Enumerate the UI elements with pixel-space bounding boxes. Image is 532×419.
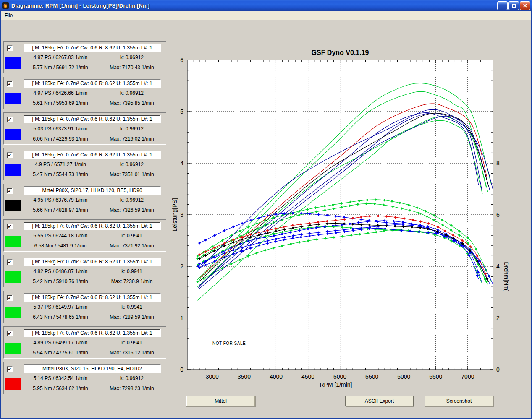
mittel-button[interactable]: Mittel (186, 396, 255, 406)
chart-title: GSF Dyno V0.1.19 (312, 49, 369, 56)
y-left-tick-label: 0 (180, 366, 183, 373)
x-tick-label: 4500 (301, 373, 314, 380)
screenshot-button[interactable]: Screenshot (425, 396, 493, 406)
y-left-tick-label: 5 (180, 108, 183, 115)
y-right-tick-label: 2 (496, 315, 500, 321)
y-left-tick-label: 3 (180, 211, 183, 218)
y-right-tick-label: 0 (496, 366, 500, 373)
y-left-tick-label: 6 (180, 57, 183, 63)
y-right-axis-label: Drehm[Nm] (503, 262, 510, 292)
y-right-tick-label: 8 (496, 160, 500, 167)
x-tick-label: 6500 (429, 373, 442, 380)
ascii-export-button[interactable]: ASCII Export (345, 396, 414, 406)
y-left-tick-label: 1 (180, 315, 183, 321)
x-tick-label: 5500 (365, 373, 378, 380)
x-tick-label: 3500 (238, 373, 251, 380)
y-left-tick-label: 4 (180, 160, 183, 167)
x-tick-label: 5000 (333, 373, 346, 380)
not-for-sale-watermark: NOT FOR SALE (212, 341, 246, 346)
x-tick-label: 6000 (397, 373, 410, 380)
y-left-tick-label: 2 (180, 263, 183, 270)
x-tick-label: 3000 (206, 373, 219, 380)
x-axis-label: RPM [1/min] (320, 381, 352, 388)
x-tick-label: 4000 (270, 373, 283, 380)
x-tick-label: 7000 (461, 373, 474, 380)
y-right-tick-label: 6 (496, 211, 500, 218)
dyno-chart: GSF Dyno V0.1.19300035004000450050005500… (0, 0, 532, 419)
y-right-tick-label: 4 (496, 263, 500, 270)
y-left-axis-label: Leistung[PS] (171, 198, 178, 231)
